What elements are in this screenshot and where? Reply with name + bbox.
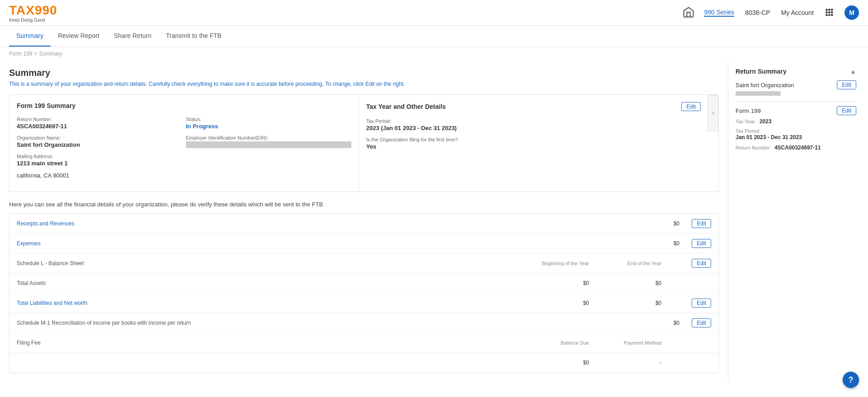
right-sidebar: Return Summary ▲ Saint fort Organization… [728, 61, 863, 380]
tabs-bar: Summary Review Report Share Return Trans… [0, 26, 868, 47]
receipts-edit-button[interactable]: Edit [692, 219, 711, 228]
tax-period-field: Tax Period: 2023 (Jan 01 2023 - Dec 31 2… [366, 118, 701, 131]
avatar[interactable]: M [844, 5, 859, 20]
breadcrumb-form199[interactable]: Form 199 [9, 51, 32, 57]
content-area: Summary This is a summary of your organi… [0, 61, 728, 380]
receipts-row: Receipts and Revenues $0 Edit [9, 214, 718, 234]
sidebar-form-row: Form 199 Edit [736, 106, 856, 115]
breadcrumb: Form 199 > Summary [0, 47, 868, 61]
form199-card-title: Form 199 Summary [17, 102, 351, 109]
total-liabilities-edit-button[interactable]: Edit [692, 299, 711, 308]
tab-transmit-ftb[interactable]: Transmit to the FTB [159, 26, 229, 47]
logo-tax: TAX [9, 3, 35, 17]
svg-rect-7 [828, 14, 830, 16]
sidebar-collapse-button[interactable] [708, 95, 718, 131]
sidebar-blur-field [736, 91, 781, 96]
ein-value: XX-XXXXXXX [186, 141, 351, 148]
logo-sub: Keep Doing Good [9, 18, 57, 23]
form199-mid-fields: Organization Name: Saint fort Organizati… [17, 135, 351, 154]
first-time-field: Is the Organization filing for the first… [366, 137, 701, 150]
nav-990-series[interactable]: 990 Series [704, 9, 734, 17]
sidebar-divider [736, 101, 856, 102]
schedule-l-edit-button[interactable]: Edit [692, 259, 711, 268]
header: TAX990 Keep Doing Good 990 Series 8038-C… [0, 0, 868, 26]
sidebar-org-edit-button[interactable]: Edit [837, 80, 856, 89]
financial-section-title: Here you can see all the financial detai… [9, 201, 719, 208]
total-liabilities-row: Total Liabilities and Net worth $0 $0 Ed… [9, 293, 718, 313]
sidebar-org-name-row: Saint fort Organization Edit [736, 80, 856, 89]
logo-990: 990 [35, 3, 57, 17]
tax-year-edit-button[interactable]: Edit [681, 102, 701, 111]
home-icon[interactable] [682, 6, 695, 20]
tax-year-card-title: Tax Year and Other Details Edit [366, 102, 701, 111]
status-badge: In Progress [186, 123, 351, 130]
sidebar-title: Return Summary ▲ [736, 68, 856, 75]
logo-text: TAX990 [9, 3, 57, 18]
svg-rect-3 [826, 11, 828, 13]
total-assets-row: Total Assets $0 $0 [9, 273, 718, 293]
ein-field: Employer Identification Number(EIN): XX-… [186, 135, 351, 154]
page-title: Summary [9, 68, 719, 78]
apps-icon[interactable] [825, 8, 834, 18]
svg-rect-6 [826, 14, 828, 16]
sidebar-tax-year-section: Tax Year: 2023 [736, 118, 856, 125]
summary-cards: Form 199 Summary Return Number: 4SCA0032… [9, 94, 719, 192]
org-name-field: Organization Name: Saint fort Organizati… [17, 135, 182, 154]
header-nav: 990 Series 8038-CP My Account M [704, 5, 859, 20]
svg-rect-1 [828, 9, 830, 10]
tab-summary[interactable]: Summary [9, 26, 51, 47]
schedule-l-header-row: Schedule L - Balance Sheet Beginning of … [9, 253, 718, 273]
breadcrumb-summary: Summary [39, 51, 62, 57]
logo: TAX990 Keep Doing Good [9, 3, 57, 23]
status-field: Status: In Progress [186, 117, 351, 135]
sidebar-form-edit-button[interactable]: Edit [837, 106, 856, 115]
form199-card: Form 199 Summary Return Number: 4SCA0032… [9, 95, 359, 191]
filing-fee-header-row: Filing Fee Balance Due Payment Method [9, 333, 718, 353]
tab-review-report[interactable]: Review Report [51, 26, 107, 47]
schedule-m1-row: Schedule M-1 Reconciliation of income pe… [9, 313, 718, 333]
sidebar-collapse-up-button[interactable]: ▲ [850, 68, 856, 75]
financial-table: Receipts and Revenues $0 Edit Expenses $… [9, 213, 719, 373]
tab-share-return[interactable]: Share Return [107, 26, 159, 47]
svg-rect-5 [831, 11, 833, 13]
expenses-edit-button[interactable]: Edit [692, 239, 711, 248]
nav-8038-cp[interactable]: 8038-CP [745, 9, 770, 16]
sidebar-tax-period-section: Tax Period: Jan 01 2023 - Dec 31 2023 [736, 128, 856, 140]
sidebar-return-number-section: Return Number: 4SCA00324697-11 [736, 144, 856, 151]
mailing-address-field: Mailing Address: 1213 main street 1 cali… [17, 154, 351, 179]
nav-my-account[interactable]: My Account [781, 9, 814, 16]
svg-rect-2 [831, 9, 833, 10]
return-number-field: Return Number: 4SCA00324697-11 [17, 117, 182, 135]
tax-year-card: Tax Year and Other Details Edit Tax Peri… [359, 95, 708, 191]
svg-rect-0 [826, 9, 828, 10]
svg-rect-4 [828, 11, 830, 13]
schedule-m1-edit-button[interactable]: Edit [692, 318, 711, 327]
page-subtitle: This is a summary of your organization a… [9, 81, 719, 87]
filing-fee-values-row: $0 - [9, 353, 718, 373]
svg-rect-8 [831, 14, 833, 16]
breadcrumb-separator: > [34, 51, 37, 57]
form199-top-fields: Return Number: 4SCA00324697-11 Status: I… [17, 117, 351, 135]
expenses-row: Expenses $0 Edit [9, 234, 718, 253]
main-layout: Summary This is a summary of your organi… [0, 61, 868, 380]
